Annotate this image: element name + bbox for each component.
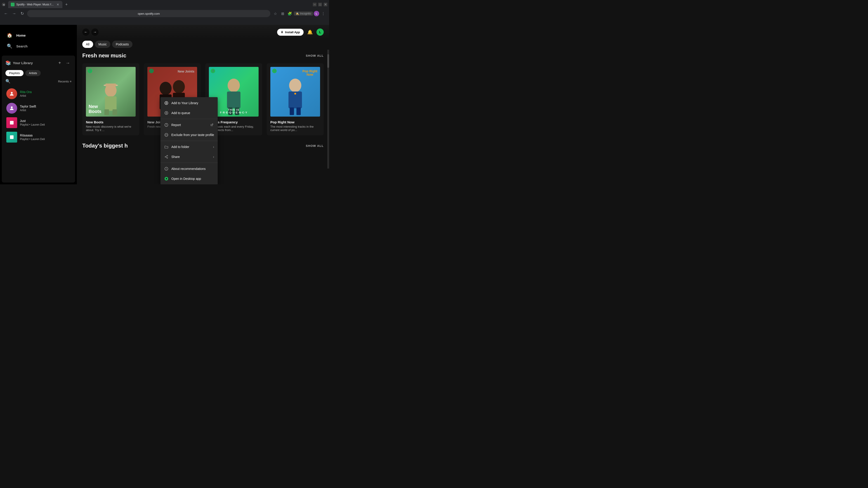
install-app-label: Install App [285,31,300,34]
svg-point-0 [11,92,13,94]
taylor-avatar [6,103,17,113]
spotify-logo-new-joints: 🎵 [149,69,154,73]
forward-button[interactable]: → [11,10,17,17]
search-icon: 🔍 [6,43,13,49]
install-app-button[interactable]: ⬇ Install App [277,29,304,36]
back-nav-button[interactable]: ← [82,29,90,36]
close-button[interactable]: ✕ [324,3,327,6]
tab-close-button[interactable]: ✕ [56,3,60,6]
filter-pills: All Music Podcasts [77,41,329,53]
context-divider-3 [160,163,218,163]
new-boots-background: 🎵 [86,67,135,117]
library-title[interactable]: 📚 Your Library [5,60,33,66]
add-library-icon [164,101,168,105]
nav-back-chrome[interactable]: ◀ [2,3,5,6]
library-section: 📚 Your Library + → Playlists Artists 🔍 R… [2,56,75,183]
home-icon: 🏠 [6,32,13,38]
card-pop-right-now[interactable]: 🎵 [267,63,324,135]
app-root: 🏠 Home 🔍 Search 📚 Your Library + → [0,25,329,184]
share-chevron: › [213,155,214,159]
filter-artists[interactable]: Artists [25,70,41,76]
browser-actions: ☆ ⊞ 🧩 🕵 Incognito L ⋮ [272,10,327,17]
library-item[interactable]: Just Playlist • Lauren Deli [5,116,71,130]
card-title-new-boots: New Boots [86,120,135,124]
svg-rect-2 [10,121,13,125]
maximize-button[interactable]: □ [318,3,322,6]
svg-point-18 [289,78,301,92]
library-item[interactable]: Ritaaaaa Playlist • Lauren Deli [5,130,71,144]
reload-button[interactable]: ↻ [19,10,25,17]
context-menu-item-report[interactable]: Report [160,120,218,130]
filter-playlists[interactable]: Playlists [5,70,24,76]
address-bar: ← → ↻ ☆ ⊞ 🧩 🕵 Incognito L ⋮ [0,9,329,18]
context-menu-item-add-library[interactable]: Add to Your Library [160,98,218,108]
svg-rect-21 [296,107,301,115]
sidebar-item-home[interactable]: 🏠 Home [4,30,73,40]
exclude-taste-label: Exclude from your taste profile [171,133,214,137]
recents-button[interactable]: Recents ≡ [58,80,71,83]
library-header: 📚 Your Library + → [5,59,71,66]
url-input[interactable] [27,10,270,17]
fresh-show-all-button[interactable]: Show all [306,54,324,57]
library-expand-button[interactable]: → [64,59,71,66]
menu-button[interactable]: ⋮ [320,10,327,17]
library-item[interactable]: Taylor Swift Artist [5,101,71,116]
context-menu-item-share[interactable]: Share › [160,152,218,162]
context-menu-item-exclude-taste[interactable]: Exclude from your taste profile [160,130,218,140]
minimize-button[interactable]: ─ [313,3,316,6]
share-left: Share [164,155,180,159]
svg-rect-15 [227,92,241,108]
svg-point-10 [160,82,172,95]
pill-music[interactable]: Music [95,41,111,48]
context-menu-item-add-queue[interactable]: Add to queue [160,108,218,118]
about-recommendations-label: About recommendations [171,167,206,170]
exclude-taste-icon [164,133,168,137]
context-menu-item-about-recommendations[interactable]: About recommendations [160,164,218,174]
recents-label: Recents [58,80,69,83]
extensions-button[interactable]: 🧩 [287,10,293,17]
svg-rect-6 [104,109,109,115]
spotify-logo-frequency: 🎵 [211,69,215,73]
pop-right-now-background: 🎵 [270,67,320,117]
library-list: Rita Ora Artist Taylor Swift Artist [5,87,71,179]
main-content: ← → ⬇ Install App 🔔 L All Music Podcasts [77,25,329,184]
bookmark-button[interactable]: ☆ [272,10,278,17]
taylor-info: Taylor Swift Artist [20,105,70,112]
user-avatar[interactable]: L [316,29,324,36]
back-button[interactable]: ← [3,10,9,17]
fresh-section-title: Fresh new music [82,53,126,59]
share-label: Share [171,155,180,159]
rita-sub: Artist [20,94,70,97]
library-item[interactable]: Rita Ora Artist [5,87,71,101]
pill-all[interactable]: All [82,41,93,48]
scrollbar-thumb[interactable] [327,54,329,68]
context-menu-item-add-folder[interactable]: Add to folder › [160,142,218,152]
rita-avatar [6,88,17,99]
add-library-label: Add to Your Library [171,101,198,105]
card-title-pop-right-now: Pop Right Now [270,120,320,124]
library-add-button[interactable]: + [56,59,63,66]
todays-show-all-button[interactable]: Show all [306,144,324,148]
ritaaaa-avatar [6,132,17,142]
svg-point-31 [166,126,166,126]
svg-rect-5 [105,96,116,111]
window-controls-left[interactable]: ◀ [2,3,5,6]
add-folder-icon [164,144,168,149]
pill-podcasts[interactable]: Podcasts [112,41,132,48]
svg-point-12 [173,80,185,94]
just-sub: Playlist • Lauren Deli [20,123,70,126]
context-divider-1 [160,119,218,119]
library-search-icon[interactable]: 🔍 [5,79,10,84]
svg-point-35 [166,168,166,168]
nav-arrows: ← → [82,29,98,36]
window-controls[interactable]: ─ □ ✕ [313,3,327,6]
bell-icon[interactable]: 🔔 [307,29,313,35]
sidebar-item-search[interactable]: 🔍 Search [4,41,73,51]
browser-tab[interactable]: 🎵 Spotify - Web Player: Music fo... ✕ [8,1,62,8]
tab-group-button[interactable]: ⊞ [279,10,286,17]
context-menu-item-open-desktop[interactable]: Open in Desktop app [160,174,218,184]
new-tab-button[interactable]: + [63,1,70,8]
browser-profile-avatar[interactable]: L [314,11,319,16]
forward-nav-button[interactable]: → [91,29,98,36]
card-new-boots[interactable]: 🎵 [82,63,139,135]
